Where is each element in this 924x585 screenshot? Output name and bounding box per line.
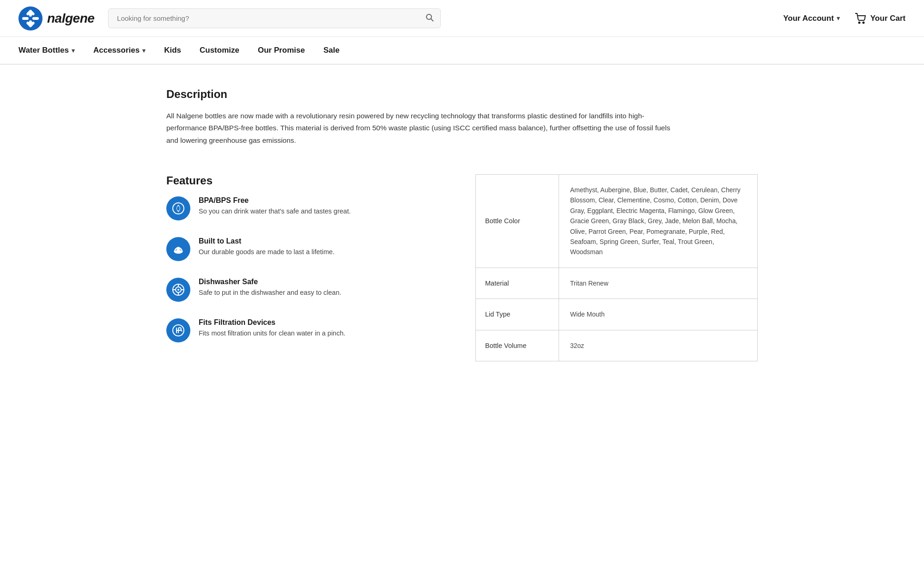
filtration-icon [166,318,190,342]
cart-icon [855,13,867,24]
spec-row-material: Material Tritan Renew [476,268,757,299]
svg-rect-3 [22,17,29,20]
bpa-free-desc: So you can drink water that's safe and t… [199,207,351,217]
dishwasher-safe-title: Dishwasher Safe [199,278,341,286]
filtration-text: Fits Filtration Devices Fits most filtra… [199,318,346,339]
svg-rect-4 [32,17,39,20]
nav-customize-label: Customize [200,46,239,55]
svg-point-11 [858,22,860,23]
feature-item-filtration: Fits Filtration Devices Fits most filtra… [166,318,448,342]
spec-label-volume: Bottle Volume [476,330,559,361]
nav-water-bottles-label: Water Bottles [18,46,69,55]
svg-line-26 [181,330,182,331]
nav-item-our-promise[interactable]: Our Promise [258,46,323,55]
spec-row-color: Bottle Color Amethyst, Aubergine, Blue, … [476,175,757,268]
nav-item-accessories[interactable]: Accessories ▾ [93,46,164,55]
description-text: All Nalgene bottles are now made with a … [166,110,675,146]
filtration-title: Fits Filtration Devices [199,318,346,327]
nav-water-bottles-chevron-icon: ▾ [72,47,75,54]
bpa-free-svg [172,202,185,215]
account-label: Your Account [783,14,834,23]
nav-item-customize[interactable]: Customize [200,46,258,55]
nav-accessories-label: Accessories [93,46,140,55]
nav-accessories-chevron-icon: ▾ [142,47,146,54]
feature-item-dishwasher-safe: Dishwasher Safe Safe to put in the dishw… [166,278,448,302]
spec-value-material: Tritan Renew [559,268,757,299]
dishwasher-safe-text: Dishwasher Safe Safe to put in the dishw… [199,278,341,298]
svg-point-14 [177,206,180,211]
filtration-desc: Fits most filtration units for clean wat… [199,329,346,339]
built-to-last-text: Built to Last Our durable goods are made… [199,237,334,257]
features-specs-container: Features BPA/BPS Free So you can drink w… [166,174,758,361]
logo-text: nalgene [47,11,94,26]
svg-point-25 [178,328,181,330]
nav-item-water-bottles[interactable]: Water Bottles ▾ [18,46,93,55]
cart-label: Your Cart [870,14,906,23]
account-button[interactable]: Your Account ▾ [783,14,840,23]
nav-item-kids[interactable]: Kids [164,46,200,55]
nav-our-promise-label: Our Promise [258,46,305,55]
cart-button[interactable]: Your Cart [855,13,906,24]
spec-value-lid-type: Wide Mouth [559,299,757,329]
nav-item-sale[interactable]: Sale [323,46,358,55]
built-to-last-desc: Our durable goods are made to last a lif… [199,247,334,257]
nalgene-logo-icon [18,6,43,30]
features-column: Features BPA/BPS Free So you can drink w… [166,174,475,359]
bpa-free-icon [166,196,190,220]
description-section: Description All Nalgene bottles are now … [166,88,758,146]
built-to-last-svg [172,243,185,256]
dishwasher-safe-desc: Safe to put in the dishwasher and easy t… [199,288,341,298]
built-to-last-title: Built to Last [199,237,334,245]
dishwasher-safe-icon [166,278,190,302]
nav-sale-label: Sale [323,46,340,55]
built-to-last-icon [166,237,190,261]
site-header: nalgene Your Account ▾ Your Cart [0,0,924,37]
filtration-svg [172,324,185,337]
spec-label-color: Bottle Color [476,175,559,268]
spec-label-material: Material [476,268,559,299]
description-title: Description [166,88,758,101]
account-chevron-icon: ▾ [837,15,840,22]
bpa-free-title: BPA/BPS Free [199,196,351,205]
feature-item-built-to-last: Built to Last Our durable goods are made… [166,237,448,261]
spec-label-lid-type: Lid Type [476,299,559,329]
specs-column: Bottle Color Amethyst, Aubergine, Blue, … [475,174,758,361]
spec-row-lid-type: Lid Type Wide Mouth [476,299,757,330]
bpa-free-text: BPA/BPS Free So you can drink water that… [199,196,351,217]
nav-kids-label: Kids [164,46,181,55]
svg-line-10 [431,18,434,21]
search-bar[interactable] [108,8,441,28]
search-input[interactable] [108,8,441,28]
logo-area[interactable]: nalgene [18,6,94,30]
main-nav: Water Bottles ▾ Accessories ▾ Kids Custo… [0,37,924,65]
main-content: Description All Nalgene bottles are now … [148,65,776,384]
spec-row-volume: Bottle Volume 32oz [476,330,757,361]
features-title: Features [166,174,448,187]
header-right: Your Account ▾ Your Cart [783,13,906,24]
search-icon [425,13,434,24]
spec-value-volume: 32oz [559,330,757,361]
svg-point-9 [426,14,432,19]
feature-item-bpa-free: BPA/BPS Free So you can drink water that… [166,196,448,220]
spec-value-color: Amethyst, Aubergine, Blue, Butter, Cadet… [559,175,757,268]
svg-point-19 [177,289,179,291]
svg-point-12 [863,22,864,23]
dishwasher-safe-svg [172,283,185,296]
